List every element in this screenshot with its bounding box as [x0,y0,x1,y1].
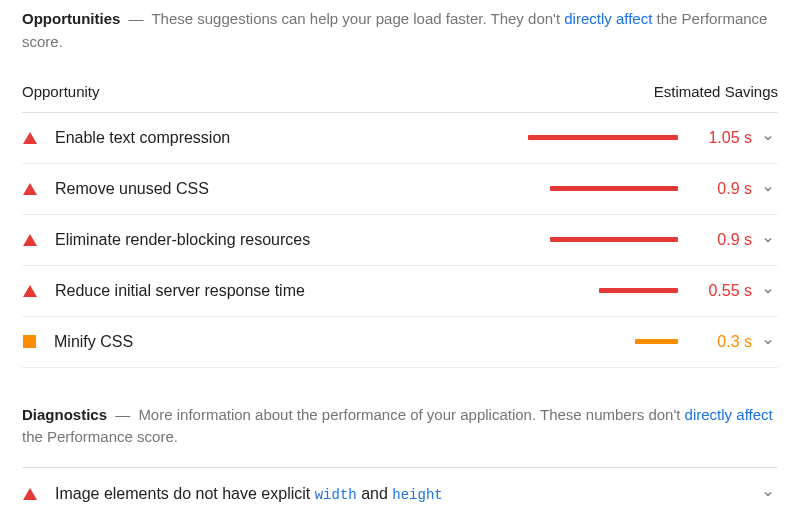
code-token: width [315,487,357,503]
savings-value: 0.3 s [688,330,752,354]
opportunity-label: Minify CSS [46,330,508,354]
savings-bar [528,135,678,140]
diagnostics-desc-link[interactable]: directly affect [685,406,773,423]
savings-bar-wrap [518,288,678,293]
diagnostic-label: Image elements do not have explicit widt… [47,482,752,506]
opportunities-list: Enable text compression1.05 sRemove unus… [22,113,778,368]
opportunities-desc-link[interactable]: directly affect [564,10,652,27]
chevron-down-icon[interactable] [762,234,778,246]
chevron-down-icon[interactable] [762,285,778,297]
col-opportunity: Opportunity [22,81,100,104]
diagnostics-header: Diagnostics — More information about the… [22,404,778,449]
warning-triangle-icon [23,234,37,246]
chevron-down-icon[interactable] [762,336,778,348]
warning-triangle-icon [23,132,37,144]
opportunity-row[interactable]: Reduce initial server response time0.55 … [22,266,778,317]
savings-bar [550,186,678,191]
savings-value: 0.55 s [688,279,752,303]
diagnostics-title: Diagnostics [22,406,107,423]
diagnostic-row[interactable]: Image elements do not have explicit widt… [22,468,778,520]
savings-bar-wrap [518,186,678,191]
chevron-down-icon[interactable] [762,183,778,195]
chevron-down-icon[interactable] [762,488,778,500]
savings-bar-wrap [518,237,678,242]
opportunity-label: Reduce initial server response time [47,279,508,303]
warning-triangle-icon [23,183,37,195]
savings-bar [599,288,678,293]
opportunities-desc-pre: These suggestions can help your page loa… [151,10,564,27]
savings-value: 0.9 s [688,177,752,201]
opportunities-table-header: Opportunity Estimated Savings [22,73,778,113]
opportunity-row[interactable]: Minify CSS0.3 s [22,317,778,368]
warning-triangle-icon [23,488,37,500]
dash: — [125,10,148,27]
opportunity-row[interactable]: Remove unused CSS0.9 s [22,164,778,215]
opportunity-label: Enable text compression [47,126,508,150]
chevron-down-icon[interactable] [762,132,778,144]
col-savings: Estimated Savings [654,81,778,104]
savings-bar-wrap [518,135,678,140]
opportunity-row[interactable]: Enable text compression1.05 s [22,113,778,164]
dash: — [111,406,134,423]
code-token: height [392,487,442,503]
diagnostics-desc-pre: More information about the performance o… [138,406,684,423]
opportunity-row[interactable]: Eliminate render-blocking resources0.9 s [22,215,778,266]
savings-bar [550,237,678,242]
opportunity-label: Eliminate render-blocking resources [47,228,508,252]
warning-square-icon [23,335,36,348]
diagnostics-desc-post: the Performance score. [22,428,178,445]
savings-bar-wrap [518,339,678,344]
savings-bar [635,339,678,344]
savings-value: 1.05 s [688,126,752,150]
opportunity-label: Remove unused CSS [47,177,508,201]
opportunities-header: Opportunities — These suggestions can he… [22,8,778,53]
warning-triangle-icon [23,285,37,297]
opportunities-title: Opportunities [22,10,120,27]
savings-value: 0.9 s [688,228,752,252]
diagnostics-list: Image elements do not have explicit widt… [22,468,778,520]
